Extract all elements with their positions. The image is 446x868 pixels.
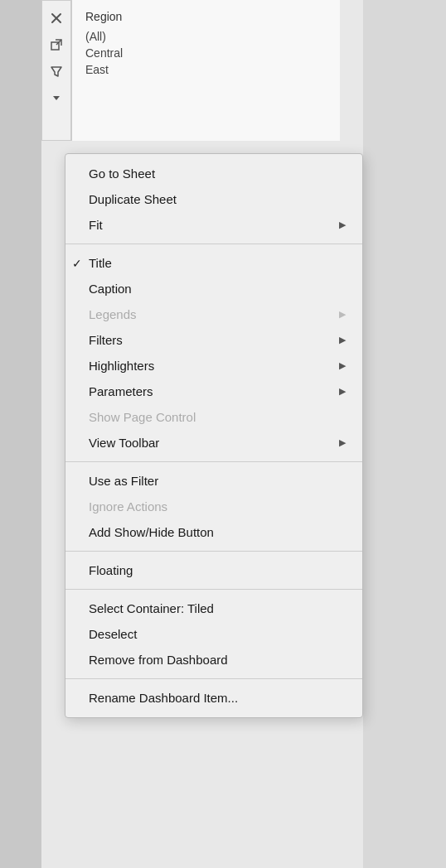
divider-3 <box>65 551 362 552</box>
menu-item-floating-label: Floating <box>89 563 133 577</box>
menu-item-floating[interactable]: Floating <box>65 557 362 583</box>
menu-item-rename-dashboard-item-label: Rename Dashboard Item... <box>89 691 238 705</box>
menu-section-view-options: Title Caption Legends ▶ Filters ▶ Highli… <box>65 247 362 459</box>
menu-item-fit[interactable]: Fit ▶ <box>65 212 362 238</box>
menu-item-highlighters-label: Highlighters <box>89 359 154 373</box>
fit-arrow-icon: ▶ <box>339 219 346 230</box>
external-link-icon <box>50 38 63 51</box>
region-all: (All) <box>85 28 327 45</box>
menu-item-add-show-hide-label: Add Show/Hide Button <box>89 525 214 539</box>
right-area <box>363 0 446 868</box>
menu-item-deselect-label: Deselect <box>89 627 137 641</box>
menu-item-legends-label: Legends <box>89 307 137 321</box>
menu-item-deselect[interactable]: Deselect <box>65 621 362 647</box>
menu-section-sheet-actions: Go to Sheet Duplicate Sheet Fit ▶ <box>65 157 362 241</box>
menu-item-ignore-actions: Ignore Actions <box>65 494 362 519</box>
menu-item-caption[interactable]: Caption <box>65 276 362 301</box>
left-sidebar <box>0 0 41 868</box>
menu-item-title[interactable]: Title <box>65 250 362 276</box>
menu-item-go-to-sheet-label: Go to Sheet <box>89 166 155 181</box>
dropdown-icon <box>51 92 62 104</box>
menu-item-caption-label: Caption <box>89 282 132 296</box>
menu-item-show-page-control: Show Page Control <box>65 404 362 430</box>
menu-item-filters[interactable]: Filters ▶ <box>65 327 362 353</box>
dropdown-icon-btn[interactable] <box>46 87 67 108</box>
menu-item-select-container[interactable]: Select Container: Tiled <box>65 596 362 621</box>
toolbar-text-area: Region (All) Central East <box>71 0 340 141</box>
divider-2 <box>65 461 362 462</box>
menu-section-filter-actions: Use as Filter Ignore Actions Add Show/Hi… <box>65 465 362 548</box>
toolbar-icons <box>41 0 71 141</box>
menu-item-remove-from-dashboard-label: Remove from Dashboard <box>89 653 228 667</box>
svg-marker-4 <box>51 67 61 76</box>
menu-section-container-options: Select Container: Tiled Deselect Remove … <box>65 592 362 676</box>
filter-icon-btn[interactable] <box>46 60 67 82</box>
menu-item-select-container-label: Select Container: Tiled <box>89 601 214 615</box>
close-icon <box>51 12 62 24</box>
divider-4 <box>65 589 362 590</box>
filters-arrow-icon: ▶ <box>339 335 346 345</box>
divider-5 <box>65 678 362 679</box>
region-central: Central <box>85 45 327 61</box>
legends-arrow-icon: ▶ <box>339 309 346 320</box>
menu-item-highlighters[interactable]: Highlighters ▶ <box>65 353 362 379</box>
region-east: East <box>85 61 327 78</box>
menu-item-use-as-filter-label: Use as Filter <box>89 474 158 488</box>
close-icon-btn[interactable] <box>46 7 67 29</box>
menu-item-filters-label: Filters <box>89 333 123 347</box>
context-menu: Go to Sheet Duplicate Sheet Fit ▶ Title … <box>65 153 363 718</box>
menu-item-title-label: Title <box>89 256 112 270</box>
parameters-arrow-icon: ▶ <box>339 386 346 397</box>
menu-item-use-as-filter[interactable]: Use as Filter <box>65 468 362 494</box>
menu-item-go-to-sheet[interactable]: Go to Sheet <box>65 161 362 186</box>
divider-1 <box>65 244 362 244</box>
menu-item-remove-from-dashboard[interactable]: Remove from Dashboard <box>65 647 362 673</box>
svg-marker-5 <box>53 96 60 100</box>
menu-item-rename-dashboard-item[interactable]: Rename Dashboard Item... <box>65 685 362 711</box>
menu-item-fit-label: Fit <box>89 218 103 232</box>
menu-section-rename: Rename Dashboard Item... <box>65 682 362 714</box>
highlighters-arrow-icon: ▶ <box>339 360 346 371</box>
menu-item-parameters[interactable]: Parameters ▶ <box>65 379 362 404</box>
menu-item-ignore-actions-label: Ignore Actions <box>89 499 167 514</box>
view-toolbar-arrow-icon: ▶ <box>339 437 346 448</box>
menu-item-parameters-label: Parameters <box>89 384 153 398</box>
region-label: Region <box>85 10 327 23</box>
menu-item-show-page-control-label: Show Page Control <box>89 410 196 424</box>
external-link-icon-btn[interactable] <box>46 34 67 55</box>
menu-item-add-show-hide[interactable]: Add Show/Hide Button <box>65 519 362 545</box>
menu-section-layout-options: Floating <box>65 554 362 586</box>
menu-item-duplicate-sheet[interactable]: Duplicate Sheet <box>65 186 362 212</box>
menu-item-legends: Legends ▶ <box>65 301 362 327</box>
filter-icon <box>50 65 63 78</box>
menu-item-view-toolbar[interactable]: View Toolbar ▶ <box>65 430 362 456</box>
menu-item-view-toolbar-label: View Toolbar <box>89 436 159 450</box>
menu-item-duplicate-sheet-label: Duplicate Sheet <box>89 192 177 206</box>
